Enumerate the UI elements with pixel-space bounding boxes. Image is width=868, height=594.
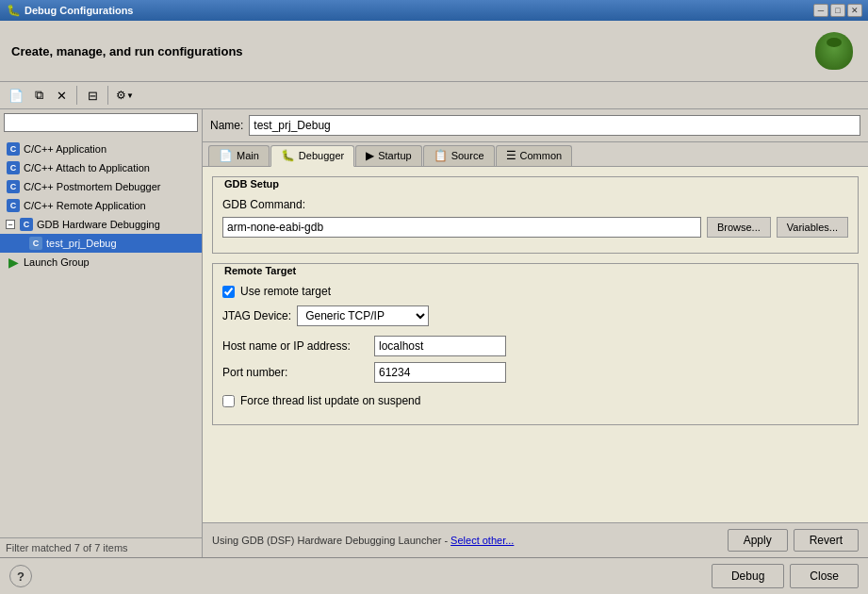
port-label: Port number: — [222, 366, 368, 379]
tree-item-cpp-app[interactable]: C C/C++ Application — [0, 140, 202, 158]
tab-debugger[interactable]: 🐛 Debugger — [270, 145, 354, 167]
window-title: Debug Configurations — [25, 5, 813, 16]
jtag-label: JTAG Device: — [222, 309, 291, 322]
name-input[interactable] — [249, 115, 860, 136]
duplicate-config-button[interactable]: ⧉ — [28, 85, 49, 106]
tab-main-label: Main — [237, 150, 259, 161]
cpp-postmortem-label: C/C++ Postmortem Debugger — [24, 181, 161, 192]
force-thread-checkbox[interactable] — [222, 395, 235, 407]
test-prj-label: test_prj_Debug — [46, 238, 117, 249]
name-label: Name: — [210, 119, 243, 132]
tree-area: C C/C++ Application C C/C++ Attach to Ap… — [0, 136, 202, 537]
tab-startup-label: Startup — [378, 150, 411, 161]
gdb-hardware-label: GDB Hardware Debugging — [37, 219, 160, 230]
gdb-hardware-expand-icon[interactable]: − — [6, 220, 15, 229]
help-button[interactable]: ? — [9, 565, 32, 587]
cpp-attach-icon: C — [6, 160, 21, 175]
dropdown-arrow: ▼ — [126, 91, 134, 100]
jtag-device-select[interactable]: Generic TCP/IP OpenOCD J-Link STLinkV2 — [297, 305, 429, 326]
cpp-remote-label: C/C++ Remote Application — [24, 200, 146, 211]
new-config-dropdown[interactable]: ⚙ ▼ — [113, 85, 137, 106]
tab-source-icon: 📋 — [434, 149, 448, 162]
action-buttons: Apply Revert — [728, 529, 859, 552]
bottom-right: Debug Close — [712, 564, 859, 588]
gdb-setup-group: GDB Setup GDB Command: Browse... Variabl… — [212, 176, 859, 254]
right-panel: Name: 📄 Main 🐛 Debugger ▶ Startup — [203, 109, 868, 557]
gdb-hardware-icon: C — [19, 217, 34, 232]
header-title: Create, manage, and run configurations — [11, 44, 243, 58]
gdb-variables-button[interactable]: Variables... — [777, 217, 848, 238]
gdb-command-input[interactable] — [222, 217, 701, 238]
window-icon: 🐛 — [6, 3, 21, 18]
use-remote-checkbox[interactable] — [222, 286, 235, 298]
force-thread-label: Force thread list update on suspend — [240, 394, 420, 407]
remote-target-content: Use remote target JTAG Device: Generic T… — [213, 277, 858, 424]
port-input[interactable] — [374, 362, 506, 383]
title-bar: 🐛 Debug Configurations ─ □ ✕ — [0, 0, 868, 21]
status-text-main: Using GDB (DSF) Hardware Debugging Launc… — [212, 535, 450, 546]
filter-button[interactable]: ⊟ — [82, 85, 103, 106]
cpp-attach-label: C/C++ Attach to Application — [24, 162, 150, 173]
header-strip: Create, manage, and run configurations — [0, 21, 868, 82]
gdb-command-input-row: Browse... Variables... — [222, 217, 848, 238]
remote-target-title: Remote Target — [221, 265, 300, 276]
minimize-button[interactable]: ─ — [813, 4, 828, 17]
tab-startup-icon: ▶ — [366, 149, 374, 162]
tab-common-icon: ☰ — [506, 149, 516, 162]
host-input[interactable] — [374, 336, 506, 356]
delete-config-button[interactable]: ✕ — [51, 85, 72, 106]
launch-group-icon: ▶ — [6, 255, 21, 270]
content-area: C C/C++ Application C C/C++ Attach to Ap… — [0, 109, 868, 557]
cpp-app-label: C/C++ Application — [24, 143, 106, 155]
tree-item-gdb-hardware[interactable]: − C GDB Hardware Debugging — [0, 215, 202, 234]
cpp-app-icon: C — [6, 141, 21, 157]
tab-content-debugger: GDB Setup GDB Command: Browse... Variabl… — [203, 167, 868, 522]
filter-box — [0, 109, 202, 136]
header-logo — [811, 28, 857, 74]
cpp-remote-icon: C — [6, 198, 21, 213]
tab-main[interactable]: 📄 Main — [208, 145, 270, 166]
revert-button[interactable]: Revert — [794, 529, 859, 552]
window-controls: ─ □ ✕ — [813, 4, 862, 17]
gdb-browse-button[interactable]: Browse... — [707, 217, 771, 238]
gdb-command-label: GDB Command: — [222, 198, 305, 211]
tab-common[interactable]: ☰ Common — [496, 145, 573, 166]
gdb-setup-content: GDB Command: Browse... Variables... — [213, 190, 858, 253]
tab-startup[interactable]: ▶ Startup — [355, 145, 421, 166]
tree-item-cpp-attach[interactable]: C C/C++ Attach to Application — [0, 158, 202, 177]
tree-item-cpp-remote[interactable]: C C/C++ Remote Application — [0, 196, 202, 215]
tree-item-cpp-postmortem[interactable]: C C/C++ Postmortem Debugger — [0, 177, 202, 196]
new-config-dropdown-icon: ⚙ — [116, 89, 126, 102]
tab-main-icon: 📄 — [219, 149, 233, 162]
tab-common-label: Common — [520, 150, 563, 161]
host-label: Host name or IP address: — [222, 339, 368, 353]
tree-item-launch-group[interactable]: ▶ Launch Group — [0, 253, 202, 272]
new-config-button[interactable]: 📄 — [6, 85, 26, 106]
maximize-button[interactable]: □ — [830, 4, 845, 17]
bottom-left: ? — [9, 565, 32, 587]
status-text: Using GDB (DSF) Hardware Debugging Launc… — [212, 535, 514, 546]
gdb-setup-title: GDB Setup — [221, 178, 283, 190]
bug-logo-icon — [815, 32, 853, 70]
filter-input[interactable] — [4, 113, 198, 132]
apply-button[interactable]: Apply — [728, 529, 788, 552]
tabs-bar: 📄 Main 🐛 Debugger ▶ Startup 📋 Source ☰ — [203, 142, 868, 167]
test-prj-icon: C — [28, 236, 43, 251]
name-row: Name: — [203, 109, 868, 142]
toolbar-separator-1 — [76, 86, 77, 105]
toolbar-separator-2 — [107, 86, 108, 105]
use-remote-label: Use remote target — [240, 285, 331, 298]
tab-source-label: Source — [451, 150, 484, 161]
close-button[interactable]: ✕ — [847, 4, 862, 17]
debug-button[interactable]: Debug — [712, 564, 784, 588]
tab-source[interactable]: 📋 Source — [423, 145, 495, 166]
force-thread-row: Force thread list update on suspend — [222, 394, 848, 407]
left-panel: C C/C++ Application C C/C++ Attach to Ap… — [0, 109, 203, 557]
use-remote-row: Use remote target — [222, 285, 848, 298]
main-close-button[interactable]: Close — [790, 564, 859, 588]
remote-target-group: Remote Target Use remote target JTAG Dev… — [212, 263, 859, 425]
tree-item-test-prj[interactable]: C test_prj_Debug — [0, 234, 202, 253]
select-other-link[interactable]: Select other... — [450, 535, 514, 546]
bottom-bar: ? Debug Close — [0, 557, 868, 594]
bottom-status: Using GDB (DSF) Hardware Debugging Launc… — [203, 522, 868, 557]
